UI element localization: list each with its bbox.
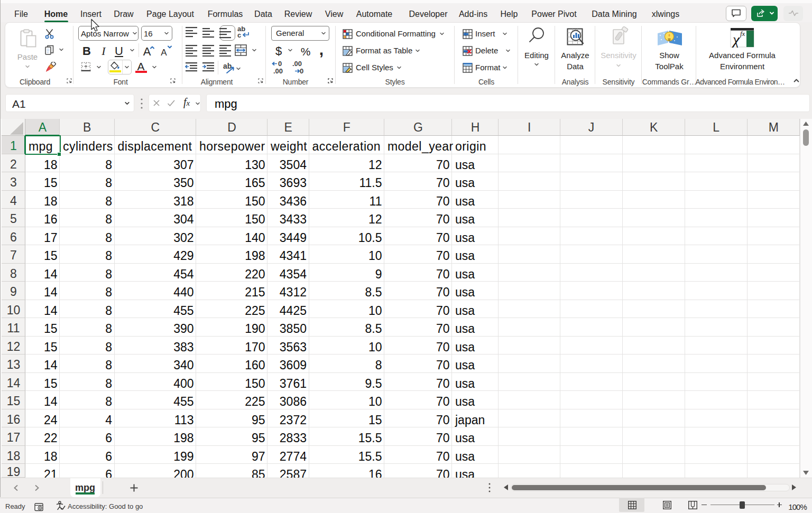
svg-text:χ: χ bbox=[731, 31, 740, 48]
svg-text:.00: .00 bbox=[292, 60, 302, 68]
svg-text:.00: .00 bbox=[273, 67, 283, 75]
svg-text:fx: fx bbox=[740, 30, 745, 38]
svg-text:0: 0 bbox=[300, 67, 303, 75]
svg-text:0: 0 bbox=[278, 60, 282, 68]
